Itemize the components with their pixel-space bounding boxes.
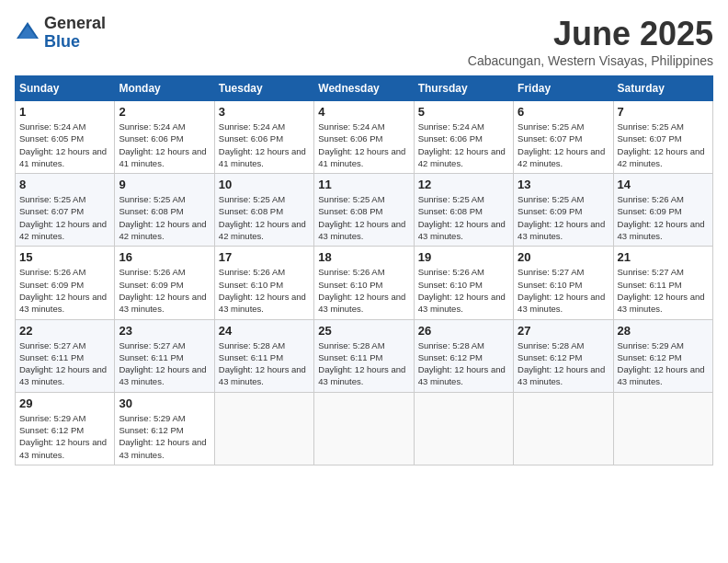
title-area: June 2025 Cabacungan, Western Visayas, P… xyxy=(468,15,713,68)
weekday-header: Monday xyxy=(115,76,214,101)
day-info: Sunrise: 5:29 AM Sunset: 6:12 PM Dayligh… xyxy=(119,412,210,461)
calendar-day-cell: 5 Sunrise: 5:24 AM Sunset: 6:06 PM Dayli… xyxy=(414,101,513,174)
calendar-day-cell: 27 Sunrise: 5:28 AM Sunset: 6:12 PM Dayl… xyxy=(514,319,613,392)
calendar-day-cell: 29 Sunrise: 5:29 AM Sunset: 6:12 PM Dayl… xyxy=(16,392,115,465)
day-number: 8 xyxy=(19,178,110,191)
logo-general-text: General xyxy=(44,14,106,32)
day-info: Sunrise: 5:26 AM Sunset: 6:10 PM Dayligh… xyxy=(219,266,310,315)
calendar-day-cell: 15 Sunrise: 5:26 AM Sunset: 6:09 PM Dayl… xyxy=(16,247,115,319)
day-number: 6 xyxy=(518,105,609,119)
day-number: 21 xyxy=(618,250,709,264)
calendar-day-cell: 21 Sunrise: 5:27 AM Sunset: 6:11 PM Dayl… xyxy=(613,247,712,319)
calendar-week-row: 22 Sunrise: 5:27 AM Sunset: 6:11 PM Dayl… xyxy=(16,319,713,392)
calendar-day-cell: 18 Sunrise: 5:26 AM Sunset: 6:10 PM Dayl… xyxy=(314,247,414,319)
calendar-day-cell: 4 Sunrise: 5:24 AM Sunset: 6:06 PM Dayli… xyxy=(314,101,414,174)
calendar-day-cell: 14 Sunrise: 5:26 AM Sunset: 6:09 PM Dayl… xyxy=(613,174,712,247)
day-number: 3 xyxy=(219,105,310,119)
day-number: 7 xyxy=(618,105,709,119)
calendar-day-cell: 12 Sunrise: 5:25 AM Sunset: 6:08 PM Dayl… xyxy=(414,174,513,247)
weekday-header: Tuesday xyxy=(214,76,313,101)
weekday-header: Friday xyxy=(514,76,613,101)
day-info: Sunrise: 5:24 AM Sunset: 6:06 PM Dayligh… xyxy=(318,121,409,169)
weekday-header: Wednesday xyxy=(314,76,414,101)
calendar-week-row: 15 Sunrise: 5:26 AM Sunset: 6:09 PM Dayl… xyxy=(16,247,713,319)
day-number: 30 xyxy=(119,396,210,410)
calendar-day-cell: 19 Sunrise: 5:26 AM Sunset: 6:10 PM Dayl… xyxy=(414,247,513,319)
calendar-day-cell: 7 Sunrise: 5:25 AM Sunset: 6:07 PM Dayli… xyxy=(613,101,712,174)
day-number: 15 xyxy=(19,250,110,264)
calendar-day-cell: 13 Sunrise: 5:25 AM Sunset: 6:09 PM Dayl… xyxy=(514,174,613,247)
day-info: Sunrise: 5:28 AM Sunset: 6:12 PM Dayligh… xyxy=(518,339,609,388)
day-number: 28 xyxy=(618,324,709,338)
day-number: 20 xyxy=(518,250,609,264)
logo-blue-text: Blue xyxy=(44,32,80,51)
day-info: Sunrise: 5:24 AM Sunset: 6:06 PM Dayligh… xyxy=(219,121,310,169)
calendar-day-cell: 2 Sunrise: 5:24 AM Sunset: 6:06 PM Dayli… xyxy=(115,101,214,174)
day-info: Sunrise: 5:29 AM Sunset: 6:12 PM Dayligh… xyxy=(618,339,709,388)
day-number: 17 xyxy=(219,250,310,264)
logo: General Blue xyxy=(15,15,106,52)
weekday-header: Thursday xyxy=(414,76,513,101)
day-info: Sunrise: 5:25 AM Sunset: 6:08 PM Dayligh… xyxy=(219,193,310,242)
day-info: Sunrise: 5:26 AM Sunset: 6:10 PM Dayligh… xyxy=(418,266,509,315)
day-info: Sunrise: 5:25 AM Sunset: 6:08 PM Dayligh… xyxy=(418,193,509,242)
calendar-week-row: 1 Sunrise: 5:24 AM Sunset: 6:05 PM Dayli… xyxy=(16,101,713,174)
day-info: Sunrise: 5:26 AM Sunset: 6:10 PM Dayligh… xyxy=(318,266,409,315)
day-info: Sunrise: 5:25 AM Sunset: 6:07 PM Dayligh… xyxy=(518,121,609,169)
calendar-day-cell: 11 Sunrise: 5:25 AM Sunset: 6:08 PM Dayl… xyxy=(314,174,414,247)
day-info: Sunrise: 5:28 AM Sunset: 6:11 PM Dayligh… xyxy=(219,339,310,388)
day-info: Sunrise: 5:25 AM Sunset: 6:07 PM Dayligh… xyxy=(618,121,709,169)
location-subtitle: Cabacungan, Western Visayas, Philippines xyxy=(468,53,713,68)
day-number: 22 xyxy=(19,324,110,338)
day-info: Sunrise: 5:27 AM Sunset: 6:10 PM Dayligh… xyxy=(518,266,609,315)
day-info: Sunrise: 5:25 AM Sunset: 6:09 PM Dayligh… xyxy=(518,193,609,242)
calendar-week-row: 29 Sunrise: 5:29 AM Sunset: 6:12 PM Dayl… xyxy=(16,392,713,465)
day-number: 12 xyxy=(418,178,509,191)
calendar-day-cell: 3 Sunrise: 5:24 AM Sunset: 6:06 PM Dayli… xyxy=(214,101,313,174)
day-number: 24 xyxy=(219,324,310,338)
logo-icon xyxy=(15,20,40,46)
calendar-week-row: 8 Sunrise: 5:25 AM Sunset: 6:07 PM Dayli… xyxy=(16,174,713,247)
calendar-header-row: SundayMondayTuesdayWednesdayThursdayFrid… xyxy=(16,76,713,101)
day-info: Sunrise: 5:28 AM Sunset: 6:12 PM Dayligh… xyxy=(418,339,509,388)
day-number: 5 xyxy=(418,105,509,119)
day-number: 4 xyxy=(318,105,409,119)
day-number: 19 xyxy=(418,250,509,264)
day-number: 14 xyxy=(618,178,709,191)
month-title: June 2025 xyxy=(468,15,713,53)
day-info: Sunrise: 5:27 AM Sunset: 6:11 PM Dayligh… xyxy=(119,339,210,388)
day-number: 10 xyxy=(219,178,310,191)
calendar-day-cell xyxy=(414,392,513,465)
calendar-day-cell xyxy=(514,392,613,465)
calendar-day-cell: 26 Sunrise: 5:28 AM Sunset: 6:12 PM Dayl… xyxy=(414,319,513,392)
day-info: Sunrise: 5:29 AM Sunset: 6:12 PM Dayligh… xyxy=(19,412,110,461)
calendar-day-cell: 6 Sunrise: 5:25 AM Sunset: 6:07 PM Dayli… xyxy=(514,101,613,174)
day-number: 23 xyxy=(119,324,210,338)
page-header: General Blue June 2025 Cabacungan, Weste… xyxy=(15,15,713,68)
calendar-day-cell: 23 Sunrise: 5:27 AM Sunset: 6:11 PM Dayl… xyxy=(115,319,214,392)
day-number: 29 xyxy=(19,396,110,410)
day-number: 2 xyxy=(119,105,210,119)
calendar-day-cell: 22 Sunrise: 5:27 AM Sunset: 6:11 PM Dayl… xyxy=(16,319,115,392)
day-info: Sunrise: 5:25 AM Sunset: 6:08 PM Dayligh… xyxy=(119,193,210,242)
calendar-day-cell: 1 Sunrise: 5:24 AM Sunset: 6:05 PM Dayli… xyxy=(16,101,115,174)
day-number: 13 xyxy=(518,178,609,191)
day-info: Sunrise: 5:26 AM Sunset: 6:09 PM Dayligh… xyxy=(19,266,110,315)
calendar-day-cell: 9 Sunrise: 5:25 AM Sunset: 6:08 PM Dayli… xyxy=(115,174,214,247)
day-info: Sunrise: 5:25 AM Sunset: 6:08 PM Dayligh… xyxy=(318,193,409,242)
weekday-header: Sunday xyxy=(16,76,115,101)
day-number: 1 xyxy=(19,105,110,119)
day-info: Sunrise: 5:26 AM Sunset: 6:09 PM Dayligh… xyxy=(618,193,709,242)
day-info: Sunrise: 5:24 AM Sunset: 6:05 PM Dayligh… xyxy=(19,121,110,169)
day-info: Sunrise: 5:24 AM Sunset: 6:06 PM Dayligh… xyxy=(119,121,210,169)
calendar-day-cell: 10 Sunrise: 5:25 AM Sunset: 6:08 PM Dayl… xyxy=(214,174,313,247)
weekday-header: Saturday xyxy=(613,76,712,101)
calendar-day-cell xyxy=(214,392,313,465)
day-number: 11 xyxy=(318,178,409,191)
calendar-day-cell: 16 Sunrise: 5:26 AM Sunset: 6:09 PM Dayl… xyxy=(115,247,214,319)
day-number: 18 xyxy=(318,250,409,264)
day-info: Sunrise: 5:24 AM Sunset: 6:06 PM Dayligh… xyxy=(418,121,509,169)
day-info: Sunrise: 5:27 AM Sunset: 6:11 PM Dayligh… xyxy=(19,339,110,388)
calendar-day-cell xyxy=(613,392,712,465)
day-info: Sunrise: 5:26 AM Sunset: 6:09 PM Dayligh… xyxy=(119,266,210,315)
